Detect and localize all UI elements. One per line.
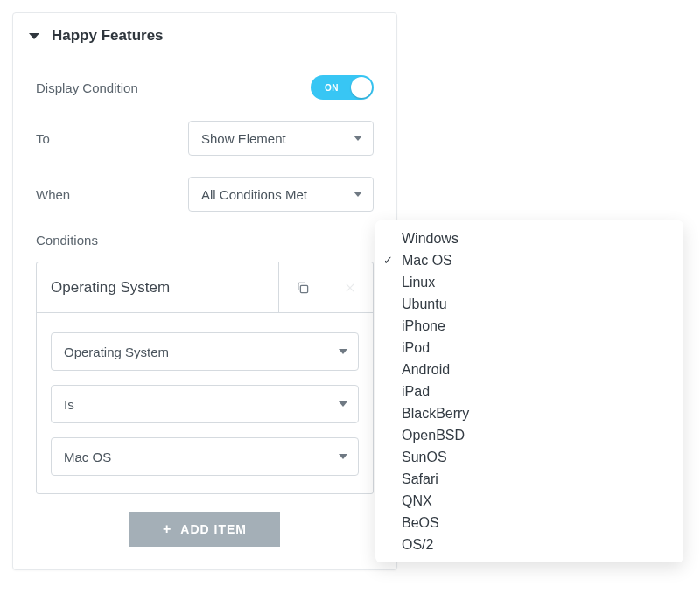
dropdown-option-label: Mac OS [402,253,452,269]
when-select[interactable]: All Conditions Met [188,177,374,212]
add-item-button[interactable]: + ADD ITEM [130,512,280,547]
dropdown-option-label: iPad [402,384,430,400]
chevron-down-icon [354,136,362,141]
chevron-down-icon [339,349,347,354]
dropdown-option[interactable]: Safari [375,468,683,490]
dropdown-option-label: Linux [402,275,435,290]
to-select[interactable]: Show Element [188,121,374,156]
dropdown-option-label: QNX [402,493,432,509]
condition-actions [278,262,373,312]
when-label: When [36,187,70,202]
dropdown-option-label: Ubuntu [402,297,447,312]
dropdown-option[interactable]: iPhone [375,315,683,337]
dropdown-option[interactable]: ✓Mac OS [375,249,683,271]
display-condition-label: Display Condition [36,80,138,95]
condition-key-select[interactable]: Operating System [51,332,359,371]
dropdown-option-label: OpenBSD [402,428,465,443]
when-select-value: All Conditions Met [201,187,307,202]
dropdown-option[interactable]: iPad [375,380,683,402]
condition-operator-value: Is [64,397,74,412]
condition-title: Operating System [51,279,170,297]
row-when: When All Conditions Met [36,177,374,212]
condition-header[interactable]: Operating System [37,262,373,313]
os-dropdown-menu[interactable]: Windows✓Mac OSLinuxUbuntuiPhoneiPodAndro… [375,220,683,562]
panel-title: Happy Features [52,27,164,45]
dropdown-option-label: SunOS [402,450,447,465]
condition-key-value: Operating System [64,345,169,359]
dropdown-option-label: Safari [402,471,438,487]
dropdown-option[interactable]: Linux [375,271,683,293]
chevron-down-icon [354,192,362,197]
toggle-on-text: ON [325,83,339,93]
collapse-caret-icon [29,33,39,39]
dropdown-option-label: OS/2 [402,537,433,553]
conditions-label: Conditions [36,233,374,248]
dropdown-option[interactable]: Windows [375,227,683,249]
dropdown-option[interactable]: Android [375,359,683,380]
row-display-condition: Display Condition ON [36,75,374,100]
dropdown-option[interactable]: OpenBSD [375,424,683,446]
toggle-knob [351,77,372,98]
panel-body: Display Condition ON To Show Element Whe… [13,59,396,569]
dropdown-option[interactable]: BlackBerry [375,402,683,424]
dropdown-option-label: BeOS [402,515,439,531]
svg-rect-0 [300,285,307,292]
dropdown-option[interactable]: OS/2 [375,534,683,555]
copy-icon [295,280,311,296]
chevron-down-icon [339,401,347,407]
dropdown-option-label: Windows [402,231,458,247]
display-condition-toggle[interactable]: ON [311,75,374,100]
settings-panel: Happy Features Display Condition ON To S… [12,12,397,570]
close-icon [344,282,356,294]
dropdown-option[interactable]: BeOS [375,512,683,534]
dropdown-option-label: iPhone [402,318,445,334]
dropdown-option[interactable]: QNX [375,490,683,512]
dropdown-option[interactable]: Ubuntu [375,293,683,315]
delete-button[interactable] [326,262,373,312]
dropdown-option-label: iPod [402,340,430,356]
condition-block: Operating System [36,262,374,494]
dropdown-option[interactable]: iPod [375,337,683,359]
condition-value-value: Mac OS [64,450,111,464]
check-icon: ✓ [383,254,393,267]
to-label: To [36,131,50,146]
dropdown-option-label: BlackBerry [402,406,469,422]
row-to: To Show Element [36,121,374,156]
dropdown-option[interactable]: SunOS [375,446,683,468]
to-select-value: Show Element [201,131,286,146]
condition-value-select[interactable]: Mac OS [51,437,359,476]
condition-body: Operating System Is Mac OS [37,313,373,493]
chevron-down-icon [339,454,347,459]
dropdown-option-label: Android [402,362,450,378]
add-item-label: ADD ITEM [180,522,247,536]
panel-header[interactable]: Happy Features [13,13,396,59]
plus-icon: + [163,522,172,536]
duplicate-button[interactable] [278,262,326,312]
condition-operator-select[interactable]: Is [51,385,359,423]
